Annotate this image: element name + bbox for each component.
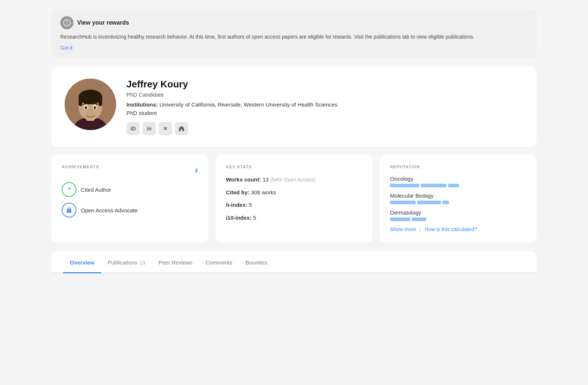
tab-peer-reviews[interactable]: Peer Reviews xyxy=(152,251,199,273)
reputation-card: REPUTATION Oncology Molecular Biology D xyxy=(380,154,537,242)
works-count-stat: Works count: 13 (54% Open Access) xyxy=(226,176,362,184)
avatar xyxy=(65,79,116,130)
reputation-links: Show more | How is this calculated? xyxy=(390,226,526,232)
rewards-title: View your rewards xyxy=(77,19,129,26)
key-stats-card: KEY STATS Works count: 13 (54% Open Acce… xyxy=(216,154,373,242)
tabs: Overview Publications 13 Peer Reviews Co… xyxy=(63,251,525,273)
oncology-bar-1 xyxy=(390,184,419,187)
open-access-icon xyxy=(62,203,76,217)
institutions-value: University of California, Riverside, Wes… xyxy=(159,101,337,108)
tab-comments-label: Comments xyxy=(206,259,233,266)
oncology-bar-3 xyxy=(448,184,459,187)
institutions-label: Institutions: xyxy=(126,101,158,108)
rewards-banner: View your rewards ResearchHub is incenti… xyxy=(51,9,537,58)
cited-author-icon: ❝ xyxy=(62,182,76,197)
twitter-x-icon[interactable]: ✕ xyxy=(159,122,172,135)
reputation-oncology: Oncology xyxy=(390,176,526,187)
molecular-biology-label: Molecular Biology xyxy=(390,192,526,199)
dermatology-label: Dermatology xyxy=(390,209,526,216)
stats-row: ACHIEVEMENTS 2 ❝ Cited Author Open Acces… xyxy=(51,154,537,242)
achievement-cited-author: ❝ Cited Author xyxy=(62,182,198,197)
got-it-link[interactable]: Got it xyxy=(60,45,72,51)
linkedin-icon[interactable]: in xyxy=(143,122,156,135)
svg-rect-10 xyxy=(98,95,102,106)
rewards-description: ResearchHub is incentivizing healthy res… xyxy=(60,33,528,41)
page-wrapper: View your rewards ResearchHub is incenti… xyxy=(44,0,544,282)
profile-title: PhD Candidate xyxy=(126,91,523,98)
profile-institutions: Institutions: University of California, … xyxy=(126,101,523,108)
dermatology-bars xyxy=(390,217,526,221)
tab-overview[interactable]: Overview xyxy=(63,251,101,273)
h-index-label: h-index: xyxy=(226,202,247,208)
svg-point-14 xyxy=(94,106,96,109)
social-icons: iD in ✕ xyxy=(126,122,523,135)
profile-card: Jeffrey Koury PhD Candidate Institutions… xyxy=(51,67,537,147)
achievements-count: 2 xyxy=(195,167,198,173)
oncology-bar-2 xyxy=(421,184,447,187)
svg-point-0 xyxy=(64,19,70,26)
reputation-molecular-biology: Molecular Biology xyxy=(390,192,526,204)
mol-bar-1 xyxy=(390,201,416,204)
cited-author-label: Cited Author xyxy=(81,187,111,193)
reputation-dermatology: Dermatology xyxy=(390,209,526,221)
svg-point-2 xyxy=(66,21,68,22)
tab-publications[interactable]: Publications 13 xyxy=(101,251,152,273)
cited-by-label: Cited by: xyxy=(226,189,250,195)
i10-index-value: 5 xyxy=(253,215,256,221)
h-index-stat: h-index: 5 xyxy=(226,201,362,209)
key-stats-title: KEY STATS xyxy=(226,165,362,169)
cited-by-stat: Cited by: 308 works xyxy=(226,188,362,197)
svg-point-13 xyxy=(85,106,87,109)
achievement-open-access: Open Access Advocate xyxy=(62,203,198,217)
mol-bar-3 xyxy=(442,201,449,204)
derm-bar-1 xyxy=(390,217,410,221)
svg-rect-3 xyxy=(65,24,68,24)
achievements-header: ACHIEVEMENTS 2 xyxy=(62,165,198,176)
svg-rect-9 xyxy=(79,95,82,106)
tab-bounties[interactable]: Bounties xyxy=(239,251,273,273)
molecular-biology-bars xyxy=(390,201,526,204)
cited-by-value: 308 works xyxy=(251,189,276,195)
orcid-icon[interactable]: iD xyxy=(126,122,140,135)
h-index-value: 5 xyxy=(249,202,252,208)
rewards-icon xyxy=(60,16,74,29)
i10-index-label: i10-index: xyxy=(226,215,252,221)
tab-comments[interactable]: Comments xyxy=(199,251,239,273)
tab-peer-reviews-label: Peer Reviews xyxy=(158,259,193,266)
open-access-pct: (54% Open Access) xyxy=(270,177,316,183)
rep-divider: | xyxy=(420,226,421,232)
oncology-label: Oncology xyxy=(390,176,526,182)
tab-publications-count: 13 xyxy=(140,260,146,266)
show-more-link[interactable]: Show more xyxy=(390,226,416,232)
i10-index-stat: i10-index: 5 xyxy=(226,214,362,222)
achievements-card: ACHIEVEMENTS 2 ❝ Cited Author Open Acces… xyxy=(51,154,208,242)
reputation-title: REPUTATION xyxy=(390,165,526,169)
tabs-container: Overview Publications 13 Peer Reviews Co… xyxy=(51,251,537,273)
open-access-label: Open Access Advocate xyxy=(81,207,137,213)
profile-role: PhD student xyxy=(126,110,523,116)
how-calculated-link[interactable]: How is this calculated? xyxy=(425,226,477,232)
mol-bar-2 xyxy=(417,201,441,204)
profile-info: Jeffrey Koury PhD Candidate Institutions… xyxy=(126,79,523,135)
oncology-bars xyxy=(390,184,526,187)
tab-bounties-label: Bounties xyxy=(245,259,267,266)
avatar-wrapper xyxy=(65,79,116,130)
researchhub-icon[interactable] xyxy=(175,122,188,135)
works-count-label: Works count: xyxy=(226,176,261,183)
tab-overview-label: Overview xyxy=(70,259,94,266)
derm-bar-2 xyxy=(412,217,426,221)
works-count-value: 13 xyxy=(262,176,270,183)
profile-name: Jeffrey Koury xyxy=(126,79,523,90)
achievements-title: ACHIEVEMENTS xyxy=(62,165,99,169)
rewards-banner-header: View your rewards xyxy=(60,16,528,29)
tab-publications-label: Publications xyxy=(108,259,137,266)
